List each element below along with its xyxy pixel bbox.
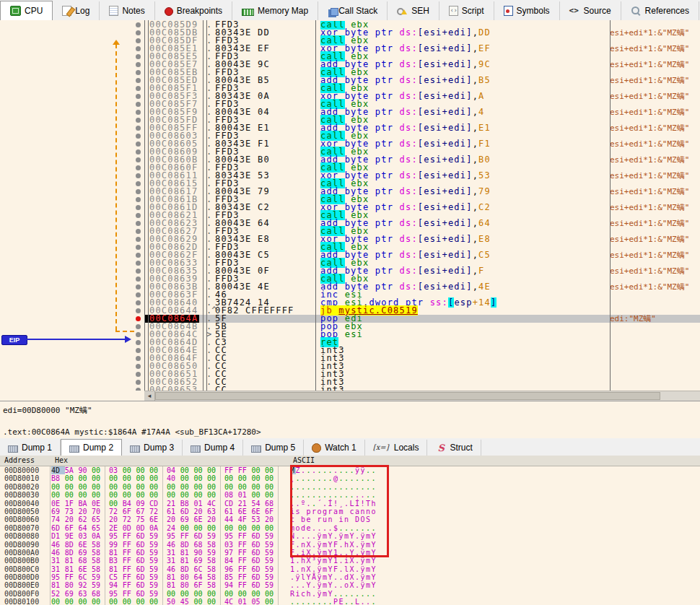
hex-byte[interactable]: 6D [136,532,149,540]
hex-byte[interactable]: 00 [193,590,207,598]
hex-byte[interactable]: 00 [224,474,238,482]
hex-byte[interactable]: 58 [92,541,105,549]
hex-byte[interactable]: 97 [224,549,238,557]
tab-breakpoints[interactable]: Breakpoints [155,1,232,20]
hex-byte[interactable]: 95 [109,532,123,540]
hex-byte[interactable]: 80 [180,581,194,589]
bullet-icon[interactable] [136,54,141,59]
ascii-char[interactable]: Y [328,581,334,589]
hex-byte[interactable]: 6D [136,541,149,549]
hex-byte[interactable]: 00 [109,483,123,491]
ascii-char[interactable]: Y [307,573,312,581]
ascii-char[interactable]: m [323,573,328,581]
ascii-char[interactable]: . [339,491,345,499]
ascii-char[interactable]: m [323,541,328,549]
ascii-char[interactable]: m [366,573,372,581]
bullet-icon[interactable] [136,340,141,345]
bullet-icon[interactable] [136,118,141,123]
hex-byte[interactable]: 00 [224,590,238,598]
hex-byte[interactable]: 46 [51,549,65,557]
dump-tab-dump-3[interactable]: Dump 3 [122,440,183,456]
hex-byte[interactable]: 70 [92,508,105,515]
ascii-char[interactable]: Y [328,565,334,573]
ascii-char[interactable]: o [318,508,323,515]
hex-byte[interactable]: 00 [109,491,123,499]
ascii-char[interactable]: i [344,557,350,565]
hex-byte[interactable]: 90 [193,549,207,557]
hex-byte[interactable]: 00 [265,524,279,532]
ascii-char[interactable]: ÿ [318,565,323,573]
ascii-char[interactable]: 1 [290,565,296,573]
ascii-char[interactable]: ! [361,500,367,508]
ascii-char[interactable]: . [355,581,361,589]
bullet-icon[interactable] [136,237,141,242]
ascii-char[interactable]: o [372,508,377,515]
hex-byte[interactable]: 6C [193,565,207,573]
dump-tab-locals[interactable]: Locals [365,440,428,456]
hex-byte[interactable]: 00 [207,524,221,532]
hex-byte[interactable]: 20 [265,515,279,523]
ascii-char[interactable]: . [339,581,345,589]
dump-row[interactable]: 00D801000000000000000000504500004C010500… [0,598,700,605]
hex-byte[interactable]: 4D [51,466,65,474]
ascii-char[interactable]: . [355,549,361,557]
ascii-char[interactable]: . [355,483,361,491]
ascii-char[interactable]: . [312,541,318,549]
dump-row[interactable]: 00D80060742062652072756E20696E20444F5320… [0,515,700,523]
ascii-char[interactable]: R [290,590,296,598]
hex-byte[interactable]: 00 [207,483,221,491]
bullet-icon[interactable] [136,284,141,290]
bullet-icon[interactable] [136,364,141,369]
ascii-char[interactable]: . [323,491,328,499]
hex-byte[interactable]: 6D [136,549,149,557]
hex-byte[interactable]: 81 [65,557,79,565]
ascii-char[interactable]: L [350,500,356,508]
ascii-char[interactable]: Y [328,573,334,581]
hex-byte[interactable]: 00 [109,598,123,605]
hex-byte[interactable]: 00 [149,483,163,491]
hex-byte[interactable]: 6E [251,508,265,515]
hex-byte[interactable]: 20 [193,508,207,515]
hex-byte[interactable]: FF [238,532,252,540]
ascii-char[interactable]: . [312,466,318,474]
ascii-char[interactable]: . [355,474,361,482]
ascii-char[interactable]: . [318,466,323,474]
hex-byte[interactable]: 31 [167,557,180,565]
hex-byte[interactable]: 73 [65,508,79,515]
hex-byte[interactable]: FF [238,466,252,474]
ascii-char[interactable]: . [333,590,339,598]
ascii-char[interactable]: . [361,524,367,532]
hex-byte[interactable]: 59 [92,573,105,581]
ascii-char[interactable]: . [339,474,345,482]
hex-byte[interactable]: 46 [51,541,65,549]
ascii-char[interactable]: a [355,508,361,515]
hex-byte[interactable]: 00 [265,466,279,474]
ascii-char[interactable]: ÿ [318,581,323,589]
hex-byte[interactable]: 59 [265,565,279,573]
ascii-char[interactable]: . [344,491,350,499]
ascii-char[interactable]: . [344,590,350,598]
bullet-icon[interactable] [136,22,141,27]
hex-byte[interactable]: D1 [51,532,65,540]
hex-byte[interactable]: 00 [51,483,65,491]
hex-byte[interactable]: 6D [136,590,149,598]
ascii-char[interactable]: . [361,491,367,499]
hex-byte[interactable]: 20 [167,515,180,523]
ascii-char[interactable]: n [301,541,307,549]
ascii-char[interactable]: . [301,581,307,589]
hex-byte[interactable]: 00 [180,466,194,474]
ascii-char[interactable]: ÿ [361,581,367,589]
tab-references[interactable]: References [621,1,699,20]
ascii-char[interactable]: . [312,483,318,491]
dump-row[interactable]: 00D8003000000000000000000000000008010000… [0,491,700,499]
ascii-char[interactable]: . [333,466,339,474]
hex-byte[interactable]: 4C [224,598,238,605]
ascii-char[interactable]: m [344,532,350,540]
ascii-char[interactable]: . [366,483,372,491]
ascii-char[interactable]: ÿ [318,549,323,557]
dump-row[interactable]: 00D800C031816E5881FF6D59468D6C5896FF6D59… [0,565,700,573]
bullet-icon[interactable] [136,78,141,83]
ascii-char[interactable]: . [333,491,339,499]
hex-byte[interactable]: 6D [136,581,149,589]
dump-row[interactable]: 00D8002000000000000000000000000000000000… [0,483,700,491]
